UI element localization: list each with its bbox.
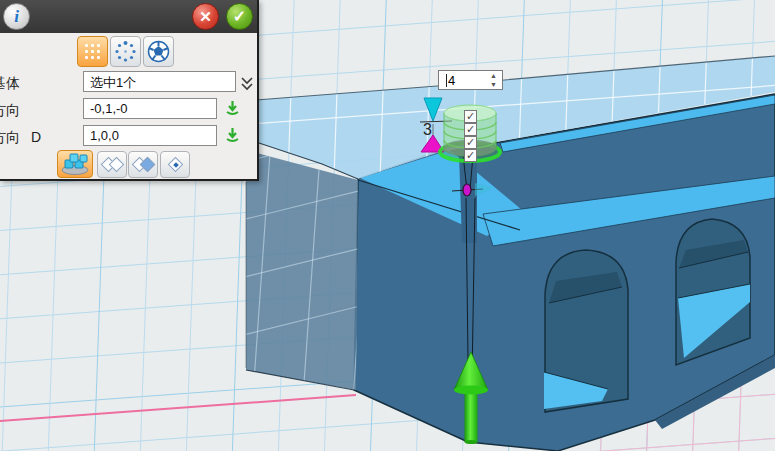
green-import-arrow-icon[interactable]	[225, 127, 240, 147]
double-chevron-down-icon[interactable]	[241, 76, 253, 91]
arch-opening-left	[544, 250, 628, 412]
field-label-base: 基体	[0, 75, 20, 93]
instance-checkbox-4[interactable]: ✓	[464, 149, 477, 162]
dialog-titlebar[interactable]: i ✕ ✓	[0, 0, 257, 33]
polyhedron-pattern-icon	[144, 37, 173, 66]
tab-diamond-blue[interactable]	[128, 151, 158, 178]
cancel-button[interactable]: ✕	[192, 3, 219, 30]
instance-checkbox-1[interactable]: ✓	[464, 110, 477, 123]
pattern-count-spinner[interactable]: ▲ ▼	[438, 70, 503, 90]
green-import-arrow-icon[interactable]	[225, 100, 240, 120]
instance-checkbox-2[interactable]: ✓	[464, 123, 477, 136]
linear-pattern-icon	[84, 43, 101, 60]
tab-linear-pattern[interactable]	[77, 36, 108, 67]
spinner-steppers[interactable]: ▲ ▼	[488, 72, 499, 88]
tab-polyhedron-pattern[interactable]	[143, 36, 174, 67]
tab-pattern-geometry[interactable]	[57, 150, 93, 178]
pattern-geometry-icon	[58, 151, 92, 177]
confirm-button[interactable]: ✓	[226, 3, 253, 30]
tab-circular-pattern[interactable]	[110, 36, 141, 67]
pattern-dialog: i ✕ ✓ 基体 选中1个	[0, 0, 259, 181]
info-icon[interactable]: i	[3, 3, 30, 30]
field-label-direction2: 方向D	[0, 129, 41, 147]
field-label-direction1: 方向	[0, 102, 20, 120]
spinner-down-icon[interactable]: ▼	[488, 81, 499, 88]
count-input[interactable]	[447, 73, 488, 88]
instance-checkbox-3[interactable]: ✓	[464, 136, 477, 149]
direction1-input[interactable]: -0,1,-0	[83, 98, 217, 119]
tab-diamond-dot[interactable]	[160, 151, 190, 178]
direction2-input[interactable]: 1,0,0	[83, 125, 217, 146]
spinner-up-icon[interactable]: ▲	[488, 72, 499, 79]
circular-pattern-icon	[111, 37, 140, 66]
base-combo[interactable]: 选中1个	[83, 71, 236, 92]
instance-count-label: 3	[423, 121, 432, 139]
tab-diamond-pair[interactable]	[97, 151, 127, 178]
